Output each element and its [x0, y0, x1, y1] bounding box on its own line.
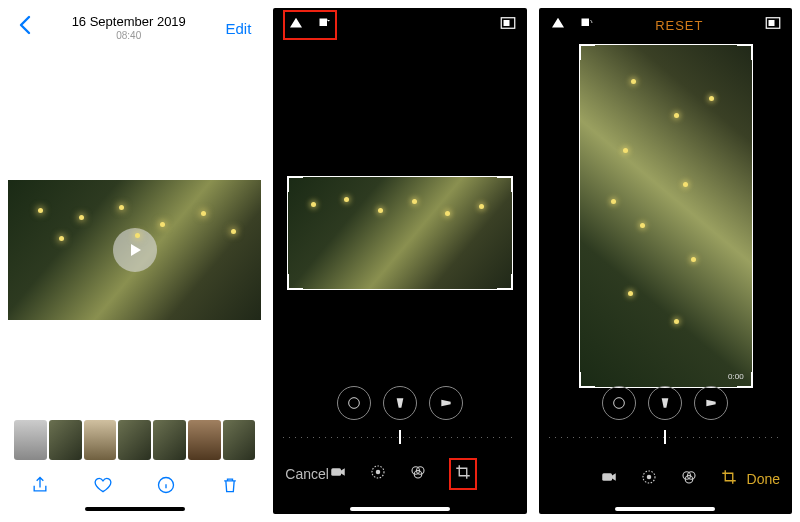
crop-handle-tl[interactable]	[579, 44, 595, 60]
thumbnail[interactable]	[14, 420, 47, 460]
angle-ruler[interactable]	[549, 426, 782, 444]
crop-icon[interactable]	[720, 468, 738, 490]
photo-date: 16 September 2019	[72, 14, 186, 30]
share-icon[interactable]	[30, 475, 50, 499]
straighten-icon[interactable]	[602, 386, 636, 420]
cancel-button[interactable]: Cancel	[285, 466, 329, 482]
rotated-editor-panel: RESET 0:00 Done	[539, 8, 792, 514]
crop-frame[interactable]: 0:00	[579, 44, 753, 388]
crop-handle-br[interactable]	[497, 274, 513, 290]
video-preview[interactable]	[8, 180, 261, 320]
vertical-perspective-icon[interactable]	[648, 386, 682, 420]
svg-point-3	[349, 398, 360, 409]
svg-rect-4	[331, 468, 341, 476]
svg-rect-13	[602, 473, 612, 481]
crop-icon[interactable]	[449, 458, 477, 490]
crop-editor-panel: Cancel	[273, 8, 526, 514]
photo-time: 08:40	[72, 30, 186, 42]
angle-marker[interactable]	[399, 430, 401, 444]
photos-toolbar	[8, 470, 261, 504]
adjust-icon[interactable]	[369, 463, 387, 485]
perspective-icon[interactable]	[287, 14, 305, 36]
home-indicator[interactable]	[85, 507, 185, 511]
crop-frame[interactable]	[287, 176, 513, 290]
aspect-icon[interactable]	[499, 14, 517, 36]
editor-toolbar: Done	[539, 468, 792, 490]
rotate-icon[interactable]	[577, 14, 595, 36]
home-indicator[interactable]	[350, 507, 450, 511]
trash-icon[interactable]	[220, 475, 240, 499]
angle-marker[interactable]	[664, 430, 666, 444]
thumbnail[interactable]	[188, 420, 221, 460]
crop-handle-tr[interactable]	[497, 176, 513, 192]
home-indicator[interactable]	[615, 507, 715, 511]
photos-view-panel: 16 September 2019 08:40 Edit	[8, 8, 261, 514]
photo-date-title: 16 September 2019 08:40	[72, 14, 186, 42]
horizontal-perspective-icon[interactable]	[429, 386, 463, 420]
video-icon[interactable]	[600, 468, 618, 490]
adjust-icon[interactable]	[640, 468, 658, 490]
crop-handle-tr[interactable]	[737, 44, 753, 60]
svg-rect-11	[768, 20, 774, 26]
reset-button[interactable]: RESET	[655, 18, 703, 33]
video-icon[interactable]	[329, 463, 347, 485]
highlighted-header-tools	[283, 10, 337, 40]
heart-icon[interactable]	[93, 475, 113, 499]
editor-toolbar: Cancel	[273, 458, 526, 490]
filters-icon[interactable]	[680, 468, 698, 490]
svg-point-15	[646, 475, 651, 480]
thumbnail-strip[interactable]	[14, 420, 255, 460]
svg-point-6	[376, 470, 381, 475]
perspective-icon[interactable]	[549, 14, 567, 36]
thumbnail[interactable]	[84, 420, 117, 460]
done-button[interactable]: Done	[747, 471, 780, 487]
crop-handle-tl[interactable]	[287, 176, 303, 192]
adjust-buttons	[273, 386, 526, 420]
info-icon[interactable]	[156, 475, 176, 499]
photos-header: 16 September 2019 08:40 Edit	[8, 8, 261, 48]
adjust-buttons	[539, 386, 792, 420]
thumbnail[interactable]	[223, 420, 256, 460]
svg-rect-2	[503, 20, 509, 26]
editor-header: RESET	[539, 8, 792, 42]
back-button[interactable]	[18, 15, 32, 41]
straighten-icon[interactable]	[337, 386, 371, 420]
aspect-icon[interactable]	[764, 14, 782, 36]
angle-ruler[interactable]	[283, 426, 516, 444]
horizontal-perspective-icon[interactable]	[694, 386, 728, 420]
rotate-icon[interactable]	[315, 14, 333, 36]
edit-button[interactable]: Edit	[225, 20, 251, 37]
svg-point-12	[614, 398, 625, 409]
scene-lights	[8, 180, 261, 320]
thumbnail[interactable]	[153, 420, 186, 460]
editor-header	[273, 8, 526, 42]
thumbnail[interactable]	[49, 420, 82, 460]
filters-icon[interactable]	[409, 463, 427, 485]
thumbnail[interactable]	[118, 420, 151, 460]
crop-handle-bl[interactable]	[287, 274, 303, 290]
vertical-perspective-icon[interactable]	[383, 386, 417, 420]
